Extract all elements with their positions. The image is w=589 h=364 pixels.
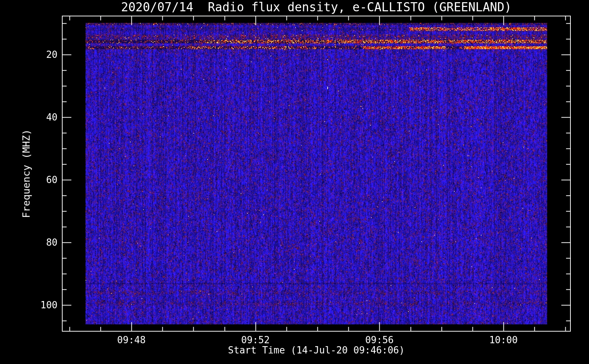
x-tick-label: 09:56 <box>350 334 408 346</box>
spectrogram-page: 2020/07/14 Radio flux density, e-CALLIST… <box>0 0 589 364</box>
x-tick-label: 09:52 <box>226 334 285 346</box>
x-tick-label: 09:48 <box>102 334 161 346</box>
spectrogram-plot-canvas <box>0 0 589 364</box>
y-tick-label: 100 <box>14 299 58 311</box>
x-axis-label: Start Time (14-Jul-20 09:46:06) <box>62 344 570 356</box>
y-tick-label: 20 <box>14 49 58 60</box>
y-tick-label: 60 <box>14 174 58 186</box>
x-tick-label: 10:00 <box>474 334 533 346</box>
y-tick-label: 40 <box>14 111 58 123</box>
y-axis-label: Frequency (MHZ) <box>21 129 32 218</box>
chart-title: 2020/07/14 Radio flux density, e-CALLIST… <box>62 0 570 15</box>
y-tick-label: 80 <box>14 237 58 248</box>
